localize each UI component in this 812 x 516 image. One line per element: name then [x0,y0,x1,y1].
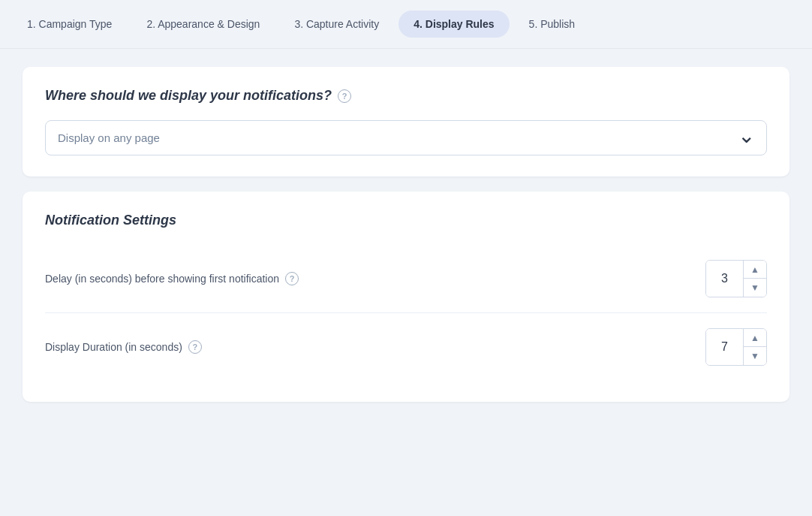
delay-label-container: Delay (in seconds) before showing first … [45,272,299,285]
nav-tab-appearance-design[interactable]: 2. Appearance & Design [131,11,275,38]
duration-decrement-button[interactable]: ▼ [744,347,766,365]
duration-label-text: Display Duration (in seconds) [45,341,182,353]
nav-tab-capture-activity[interactable]: 3. Capture Activity [279,11,394,38]
duration-spinner-buttons: ▲ ▼ [744,329,766,365]
notification-settings-section: Notification Settings Delay (in seconds)… [23,192,789,402]
duration-increment-button[interactable]: ▲ [744,329,766,347]
duration-row: Display Duration (in seconds) ? 7 ▲ ▼ [45,313,767,381]
display-help-icon[interactable]: ? [338,89,351,103]
delay-value: 3 [706,261,744,297]
main-content: Where should we display your notificatio… [0,49,812,435]
delay-decrement-button[interactable]: ▼ [744,279,766,297]
nav-tab-display-rules[interactable]: 4. Display Rules [398,11,509,38]
top-nav: 1. Campaign Type2. Appearance & Design3.… [0,0,812,49]
display-question-text: Where should we display your notificatio… [45,88,332,104]
nav-tab-campaign-type[interactable]: 1. Campaign Type [12,11,127,38]
delay-row: Delay (in seconds) before showing first … [45,245,767,313]
duration-spinner: 7 ▲ ▼ [705,328,767,366]
notification-settings-title: Notification Settings [45,213,767,228]
duration-value: 7 [706,329,744,365]
delay-label-text: Delay (in seconds) before showing first … [45,273,279,285]
display-location-section: Where should we display your notificatio… [23,67,789,177]
nav-tab-publish[interactable]: 5. Publish [514,11,590,38]
duration-help-icon[interactable]: ? [188,340,202,354]
delay-spinner-buttons: ▲ ▼ [744,261,766,297]
display-question: Where should we display your notificatio… [45,88,767,104]
display-dropdown[interactable]: Display on any page Specific pages All p… [45,120,767,155]
duration-label-container: Display Duration (in seconds) ? [45,340,202,354]
delay-spinner: 3 ▲ ▼ [705,260,767,297]
display-dropdown-container: Display on any page Specific pages All p… [45,120,767,155]
delay-increment-button[interactable]: ▲ [744,261,766,279]
delay-help-icon[interactable]: ? [285,272,299,285]
